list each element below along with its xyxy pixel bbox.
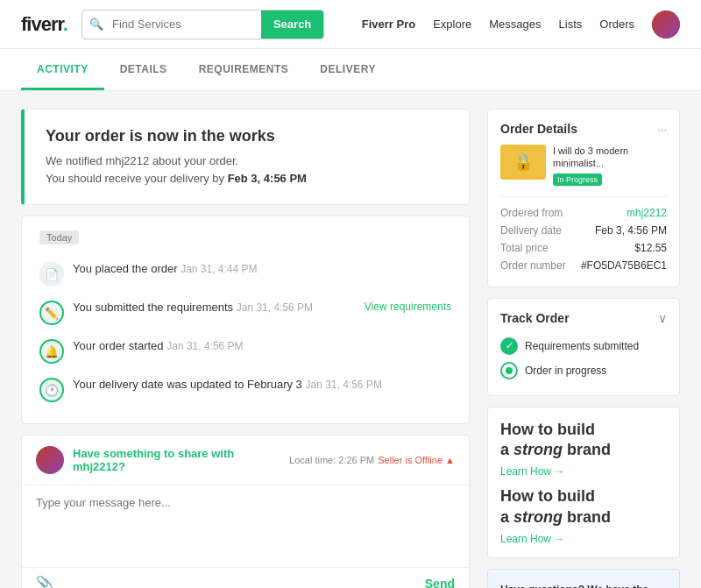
activity-time-requirements: Jan 31, 4:56 PM xyxy=(237,301,313,314)
activity-time-placed: Jan 31, 4:44 PM xyxy=(181,263,257,275)
brand-text-top: How to builda strong brand xyxy=(500,420,667,461)
status-line2: You should receive your delivery by Feb … xyxy=(46,170,448,188)
local-time: Local time: 2:26 PM xyxy=(289,455,374,465)
activity-text-placed: You placed the order Jan 31, 4:44 PM xyxy=(73,262,451,275)
user-avatar[interactable] xyxy=(652,11,680,39)
track-requirements-label: Requirements submitted xyxy=(525,340,639,352)
track-order-title: Track Order xyxy=(500,311,570,325)
track-order-card: Track Order ∨ ✓ Requirements submitted O… xyxy=(487,298,680,396)
search-input[interactable] xyxy=(103,18,261,31)
activity-icon-pencil: ✏️ xyxy=(39,301,64,325)
activity-label-placed: You placed the order xyxy=(73,262,178,275)
track-dot xyxy=(506,367,513,374)
order-row-total: Total price $12.55 xyxy=(500,239,667,257)
status-arrow-icon: ▲ xyxy=(445,455,455,465)
brand-ad-card: How to builda strong brand Learn How → H… xyxy=(487,407,680,559)
message-header: Have something to share with mhj2212? Lo… xyxy=(22,436,469,485)
help-line1: Have questions? We have the answers. xyxy=(500,584,648,588)
more-options-icon[interactable]: ··· xyxy=(657,123,667,136)
track-order-chevron-icon[interactable]: ∨ xyxy=(658,311,667,325)
activity-item-started: 🔔 Your order started Jan 31, 4:56 PM xyxy=(39,332,451,371)
track-done-icon: ✓ xyxy=(500,337,518,355)
right-column: Order Details ··· 🔒 I will do 3 modern m… xyxy=(487,109,680,588)
activity-label-requirements: You submitted the requirements xyxy=(73,301,233,314)
gig-title: I will do 3 modern minimalist... xyxy=(553,145,667,170)
logo-dot: . xyxy=(63,13,67,35)
tab-delivery[interactable]: DELIVERY xyxy=(304,49,392,90)
order-row-number: Order number #FO5DA75B6EC1 xyxy=(500,257,667,274)
activity-item-delivery-updated: 🕐 Your delivery date was updated to Febr… xyxy=(39,371,451,409)
order-details-header: Order Details ··· xyxy=(500,122,667,136)
delivery-value: Feb 3, 4:56 PM xyxy=(595,224,667,237)
delivery-label: Delivery date xyxy=(500,224,562,237)
tab-requirements[interactable]: REQUIREMENTS xyxy=(183,49,305,90)
search-bar: 🔍 Search xyxy=(81,10,324,39)
message-header-info: Have something to share with mhj2212? xyxy=(73,447,280,473)
lists-link[interactable]: Lists xyxy=(559,18,583,31)
activity-item-requirements: ✏️ You submitted the requirements Jan 31… xyxy=(39,294,451,332)
today-badge: Today xyxy=(39,230,79,244)
activity-item-placed: 📄 You placed the order Jan 31, 4:44 PM xyxy=(39,255,451,294)
status-card: Your order is now in the works We notifi… xyxy=(21,109,470,205)
seller-status-text: Seller is Offline xyxy=(378,455,443,465)
search-button[interactable]: Search xyxy=(261,10,323,39)
status-delivery-date: Feb 3, 4:56 PM xyxy=(228,172,307,185)
left-column: Your order is now in the works We notifi… xyxy=(21,109,470,588)
tab-details[interactable]: DETAILS xyxy=(104,49,183,90)
learn-how-link-1[interactable]: Learn How → xyxy=(500,465,667,478)
order-row-seller: Ordered from mhj2212 xyxy=(500,204,667,222)
fiverr-logo: fiverr. xyxy=(21,13,67,36)
status-line2-pre: You should receive your delivery by xyxy=(46,172,228,185)
message-footer: 📎 Send xyxy=(22,567,469,588)
order-row-delivery: Delivery date Feb 3, 4:56 PM xyxy=(500,222,667,239)
orders-link[interactable]: Orders xyxy=(599,18,634,31)
total-value: $12.55 xyxy=(634,242,667,254)
activity-icon-doc: 📄 xyxy=(39,262,64,287)
tab-activity[interactable]: ACTIVITY xyxy=(21,49,104,90)
activity-text-delivery: Your delivery date was updated to Februa… xyxy=(73,378,451,391)
messages-link[interactable]: Messages xyxy=(489,18,541,31)
track-progress-label: Order in progress xyxy=(525,365,606,377)
explore-link[interactable]: Explore xyxy=(433,18,471,31)
header-right: Fiverr Pro Explore Messages Lists Orders xyxy=(362,11,680,39)
activity-icon-bell: 🔔 xyxy=(39,339,64,364)
ordered-from-label: Ordered from xyxy=(500,207,563,219)
order-details-title: Order Details xyxy=(500,122,577,136)
in-progress-badge: In Progress xyxy=(553,174,602,186)
message-prompt[interactable]: Have something to share with mhj2212? xyxy=(73,447,280,473)
attachment-icon[interactable]: 📎 xyxy=(36,575,53,588)
seller-avatar xyxy=(36,446,64,474)
activity-text-requirements: You submitted the requirements Jan 31, 4… xyxy=(73,301,356,314)
activity-text-started: Your order started Jan 31, 4:56 PM xyxy=(73,339,451,352)
search-icon: 🔍 xyxy=(82,18,103,31)
track-order-header: Track Order ∨ xyxy=(500,311,667,325)
header: fiverr. 🔍 Search Fiverr Pro Explore Mess… xyxy=(0,0,701,49)
send-button[interactable]: Send xyxy=(425,577,455,589)
activity-icon-clock: 🕐 xyxy=(39,378,64,402)
activity-label-started: Your order started xyxy=(73,339,164,352)
order-details-card: Order Details ··· 🔒 I will do 3 modern m… xyxy=(487,109,680,287)
track-item-progress: Order in progress xyxy=(500,358,667,383)
message-section: Have something to share with mhj2212? Lo… xyxy=(21,435,470,588)
fiverr-pro-link[interactable]: Fiverr Pro xyxy=(362,18,415,31)
main-layout: Your order is now in the works We notifi… xyxy=(0,91,701,588)
ordered-from-value[interactable]: mhj2212 xyxy=(627,207,667,219)
view-requirements-link[interactable]: View requirements xyxy=(365,301,451,313)
gig-preview: 🔒 I will do 3 modern minimalist... In Pr… xyxy=(500,145,667,186)
gig-thumbnail: 🔒 xyxy=(500,145,546,180)
tabs-bar: ACTIVITY DETAILS REQUIREMENTS DELIVERY xyxy=(0,49,701,91)
message-input[interactable] xyxy=(22,485,469,564)
activity-time-started: Jan 31, 4:56 PM xyxy=(166,340,243,352)
help-card: Have questions? We have the answers. Che… xyxy=(487,569,680,588)
order-num-label: Order number xyxy=(500,259,566,272)
status-title: Your order is now in the works xyxy=(46,127,448,145)
message-meta: Local time: 2:26 PM Seller is Offline ▲ xyxy=(289,455,455,465)
avatar-image xyxy=(652,11,680,39)
track-item-requirements: ✓ Requirements submitted xyxy=(500,334,667,358)
activity-label-delivery: Your delivery date was updated to Februa… xyxy=(73,378,302,391)
gig-info: I will do 3 modern minimalist... In Prog… xyxy=(553,145,667,186)
order-num-value: #FO5DA75B6EC1 xyxy=(581,259,667,272)
activity-card: Today 📄 You placed the order Jan 31, 4:4… xyxy=(21,216,470,424)
activity-time-delivery: Jan 31, 4:56 PM xyxy=(305,379,381,391)
learn-how-link-2[interactable]: Learn How → xyxy=(500,533,667,545)
